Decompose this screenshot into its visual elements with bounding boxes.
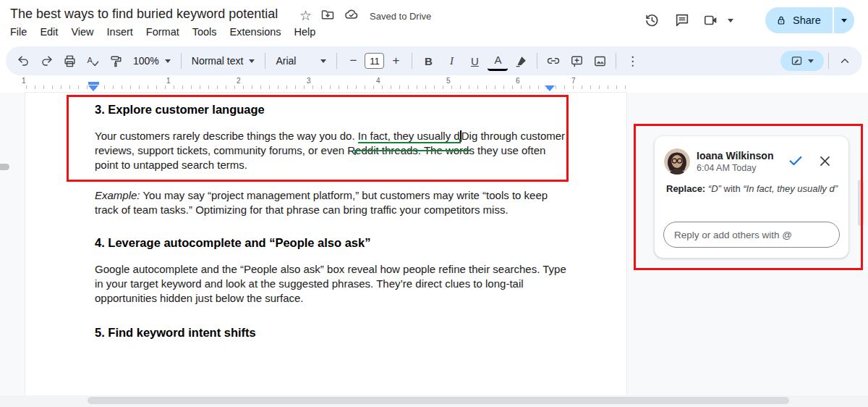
meet-video-icon[interactable]: [700, 9, 722, 31]
heading-4: 4. Leverage autocomplete and “People als…: [95, 235, 572, 251]
horizontal-scrollbar-thumb[interactable]: [88, 397, 789, 404]
share-dropdown[interactable]: [834, 7, 854, 33]
menu-bar: File Edit View Insert Format Tools Exten…: [4, 24, 322, 40]
annotation-box-comment: [634, 124, 863, 270]
editing-pencil-icon: [791, 55, 803, 67]
left-indent-marker[interactable]: [88, 82, 99, 91]
right-indent-marker[interactable]: [545, 85, 555, 91]
font-size-field[interactable]: 11: [365, 53, 384, 69]
print-button[interactable]: [59, 51, 80, 71]
cloud-saved-icon: [344, 7, 359, 25]
document-title[interactable]: The best ways to find buried keyword pot…: [10, 7, 278, 22]
font-family-control[interactable]: Arial: [270, 55, 332, 67]
font-size-increase-button[interactable]: +: [386, 51, 406, 71]
menu-tools[interactable]: Tools: [186, 24, 224, 40]
meet-dropdown-icon[interactable]: [728, 19, 733, 22]
menu-edit[interactable]: Edit: [33, 24, 64, 40]
redo-button[interactable]: [36, 51, 56, 71]
paragraph-style-control[interactable]: Normal text: [186, 55, 261, 67]
svg-text:A: A: [87, 55, 93, 64]
text-color-button[interactable]: A: [488, 51, 508, 71]
insert-image-button[interactable]: [590, 51, 610, 71]
move-folder-icon[interactable]: [320, 7, 335, 25]
saved-status[interactable]: Saved to Drive: [370, 11, 431, 22]
ruler: 1 1 2 3 4 5 6 7: [0, 77, 868, 93]
bold-button[interactable]: B: [418, 51, 438, 71]
menu-format[interactable]: Format: [140, 24, 186, 40]
heading-5: 5. Find keyword intent shifts: [95, 324, 572, 340]
undo-button[interactable]: [13, 51, 33, 71]
lock-icon: [775, 14, 787, 26]
share-label: Share: [793, 14, 821, 26]
style-value: Normal text: [192, 55, 244, 67]
menu-view[interactable]: View: [64, 24, 100, 40]
toolbar: A 100% Normal text Arial − 11 + B I U A …: [6, 46, 862, 75]
comments-icon[interactable]: [670, 9, 694, 31]
insert-link-button[interactable]: [543, 51, 563, 71]
zoom-control[interactable]: 100%: [127, 55, 176, 67]
paragraph-3: Google autocomplete and the “People also…: [95, 262, 572, 306]
star-icon[interactable]: ☆: [299, 8, 312, 24]
share-button-group: Share: [765, 7, 854, 33]
italic-button[interactable]: I: [441, 51, 461, 71]
hide-menus-button[interactable]: [835, 51, 855, 71]
paint-format-button[interactable]: [106, 51, 126, 71]
underline-button[interactable]: U: [464, 51, 485, 71]
highlight-button[interactable]: [511, 51, 531, 71]
spell-check-button[interactable]: A: [82, 51, 103, 71]
zoom-value: 100%: [133, 55, 159, 67]
more-options-button[interactable]: ⋮: [622, 51, 642, 71]
annotation-box-paragraph: [67, 95, 569, 182]
share-button[interactable]: Share: [765, 7, 833, 33]
document-outline-tab[interactable]: [0, 164, 9, 170]
editing-mode-button[interactable]: [780, 51, 824, 71]
menu-file[interactable]: File: [4, 24, 33, 40]
version-history-icon[interactable]: [639, 9, 664, 31]
font-size-decrease-button[interactable]: −: [343, 51, 363, 71]
add-comment-button[interactable]: [566, 51, 587, 71]
menu-insert[interactable]: Insert: [101, 24, 140, 40]
menu-extensions[interactable]: Extensions: [224, 24, 288, 40]
menu-help[interactable]: Help: [288, 24, 323, 40]
font-value: Arial: [276, 55, 296, 67]
paragraph-example: Example: You may say “project management…: [95, 188, 572, 217]
